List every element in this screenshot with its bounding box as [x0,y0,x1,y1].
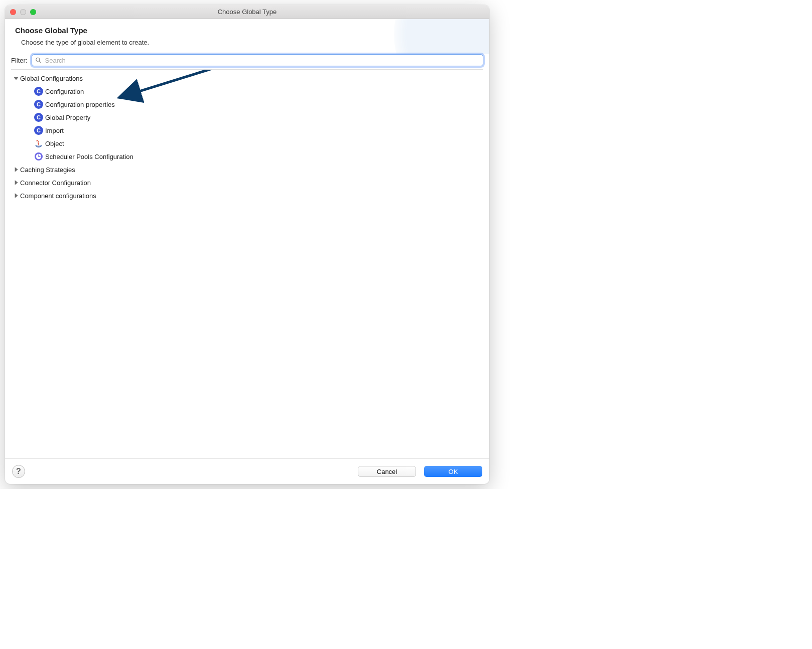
svg-line-1 [39,61,41,63]
tree-item-label: Configuration properties [45,101,115,108]
tree-item-label: Global Property [45,114,90,121]
config-icon [34,126,43,135]
config-icon [34,87,43,96]
dialog-footer: ? Cancel OK [5,458,489,484]
tree-group-component-configurations[interactable]: Component configurations [11,189,483,202]
titlebar: Choose Global Type [5,5,489,19]
dialog-title: Choose Global Type [15,26,479,35]
dialog-window: Choose Global Type Choose Global Type Ch… [5,5,489,484]
filter-input[interactable] [32,54,484,66]
chevron-down-icon [13,75,19,81]
tree-item-configuration[interactable]: Configuration [11,85,483,98]
window-title: Choose Global Type [5,8,489,16]
filter-row: Filter: [5,54,489,69]
help-button[interactable]: ? [12,465,25,478]
type-tree[interactable]: Global Configurations Configuration Conf… [11,69,483,458]
tree-item-import[interactable]: Import [11,124,483,137]
tree-item-global-property[interactable]: Global Property [11,111,483,124]
tree-item-scheduler-pools[interactable]: Scheduler Pools Configuration [11,150,483,163]
chevron-right-icon [13,193,19,199]
header-pane: Choose Global Type Choose the type of gl… [5,19,489,54]
dialog-subtitle: Choose the type of global element to cre… [15,39,479,46]
tree-item-label: Import [45,127,64,134]
ok-button[interactable]: OK [424,466,482,477]
tree-group-label: Caching Strategies [20,166,75,174]
tree-group-caching-strategies[interactable]: Caching Strategies [11,163,483,176]
tree-group-connector-configuration[interactable]: Connector Configuration [11,176,483,189]
java-icon [34,139,43,148]
tree-item-label: Scheduler Pools Configuration [45,153,133,160]
config-icon [34,100,43,109]
tree-item-object[interactable]: Object [11,137,483,150]
search-icon [35,57,42,64]
tree-group-label: Connector Configuration [20,179,91,187]
search-wrap [32,54,484,66]
tree-group-label: Global Configurations [20,75,83,82]
tree-group-global-configurations[interactable]: Global Configurations [11,72,483,85]
chevron-right-icon [13,180,19,186]
tree-item-label: Object [45,140,64,147]
chevron-right-icon [13,167,19,173]
tree-item-configuration-properties[interactable]: Configuration properties [11,98,483,111]
scheduler-icon [34,152,43,161]
config-icon [34,113,43,122]
tree-group-label: Component configurations [20,192,96,200]
cancel-button[interactable]: Cancel [358,466,416,477]
tree-item-label: Configuration [45,88,84,95]
filter-label: Filter: [11,57,28,64]
